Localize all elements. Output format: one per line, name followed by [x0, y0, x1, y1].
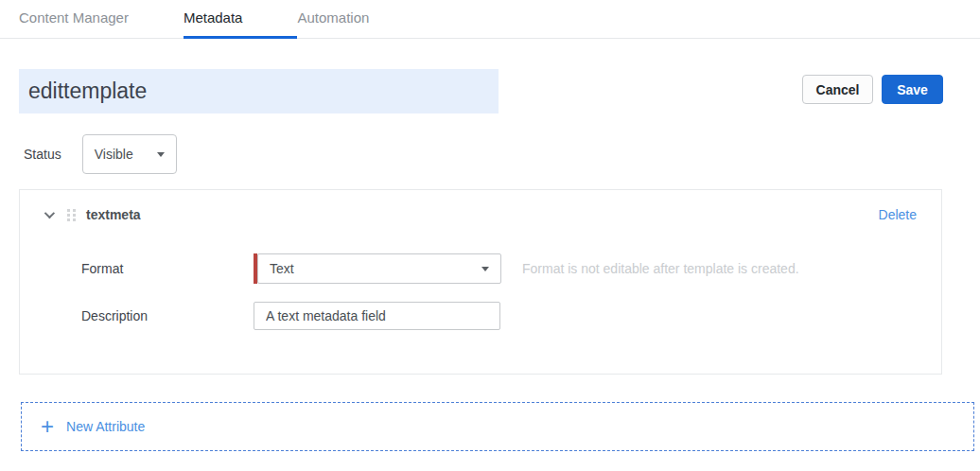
- caret-down-icon: [481, 267, 489, 271]
- format-select[interactable]: Text: [257, 253, 501, 284]
- tab-bar: Content Manager Metadata Automation: [0, 0, 980, 39]
- format-label: Format: [81, 261, 254, 276]
- status-label: Status: [24, 147, 61, 162]
- tab-content-manager[interactable]: Content Manager: [19, 9, 184, 38]
- cancel-button[interactable]: Cancel: [802, 75, 873, 104]
- description-field-row: Description: [81, 302, 941, 330]
- tab-metadata[interactable]: Metadata: [184, 9, 298, 38]
- format-field-row: Format Text Format is not editable after…: [81, 253, 941, 284]
- attribute-name: textmeta: [86, 207, 141, 222]
- attribute-card-header: textmeta Delete: [20, 190, 941, 239]
- status-select[interactable]: Visible: [82, 134, 177, 174]
- new-attribute-label: New Attribute: [66, 419, 145, 434]
- format-select-value: Text: [270, 261, 294, 276]
- status-select-value: Visible: [95, 147, 133, 162]
- save-button[interactable]: Save: [882, 75, 943, 104]
- chevron-down-icon[interactable]: [44, 208, 55, 218]
- status-row: Status Visible: [24, 134, 980, 174]
- attribute-card: textmeta Delete Format Text Format is no…: [19, 189, 942, 375]
- tab-automation[interactable]: Automation: [297, 9, 424, 38]
- header-row: Cancel Save: [19, 69, 943, 113]
- description-label: Description: [81, 308, 254, 323]
- template-name-input[interactable]: [19, 69, 499, 113]
- new-attribute-button[interactable]: + New Attribute: [21, 402, 974, 451]
- header-buttons: Cancel Save: [802, 75, 943, 104]
- drag-handle-icon[interactable]: [67, 209, 76, 221]
- caret-down-icon: [157, 152, 165, 157]
- delete-attribute-link[interactable]: Delete: [879, 207, 917, 222]
- format-hint-text: Format is not editable after template is…: [522, 261, 799, 276]
- plus-icon: +: [41, 415, 54, 438]
- description-input[interactable]: [254, 302, 500, 330]
